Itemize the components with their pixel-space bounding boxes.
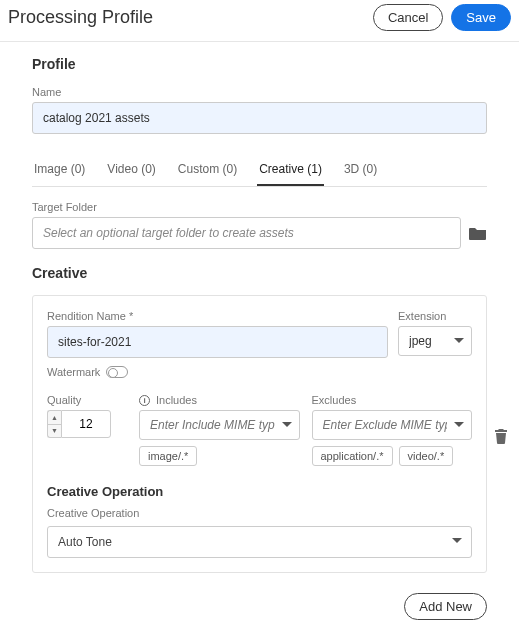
info-icon[interactable]: i <box>139 395 150 406</box>
tab-3d[interactable]: 3D (0) <box>342 156 379 186</box>
tab-custom[interactable]: Custom (0) <box>176 156 239 186</box>
cancel-button[interactable]: Cancel <box>373 4 443 31</box>
includes-select[interactable] <box>139 410 300 440</box>
profile-section-title: Profile <box>32 56 487 72</box>
target-folder-label: Target Folder <box>32 201 487 213</box>
rendition-name-input[interactable] <box>47 326 388 358</box>
watermark-label: Watermark <box>47 366 100 378</box>
tabs: Image (0) Video (0) Custom (0) Creative … <box>32 156 487 187</box>
excludes-label: Excludes <box>312 394 473 406</box>
extension-label: Extension <box>398 310 472 322</box>
exclude-chip[interactable]: video/.* <box>399 446 454 466</box>
creative-operation-label: Creative Operation <box>47 507 472 519</box>
tab-image[interactable]: Image (0) <box>32 156 87 186</box>
tab-creative[interactable]: Creative (1) <box>257 156 324 186</box>
creative-operation-title: Creative Operation <box>47 484 472 499</box>
stepper-down[interactable]: ▼ <box>48 425 61 438</box>
excludes-select[interactable] <box>312 410 473 440</box>
quality-input[interactable] <box>61 410 111 438</box>
extension-select[interactable] <box>398 326 472 356</box>
trash-icon[interactable] <box>494 428 508 444</box>
stepper-up[interactable]: ▲ <box>48 411 61 425</box>
creative-operation-select[interactable] <box>47 526 472 558</box>
name-label: Name <box>32 86 487 98</box>
watermark-toggle[interactable] <box>106 366 128 378</box>
header-actions: Cancel Save <box>373 4 511 31</box>
quality-label: Quality <box>47 394 81 406</box>
creative-card: Rendition Name * Extension Watermark <box>32 295 487 573</box>
creative-section-title: Creative <box>32 265 487 281</box>
folder-icon[interactable] <box>469 226 487 240</box>
name-input[interactable] <box>32 102 487 134</box>
includes-label: Includes <box>156 394 197 406</box>
quality-stepper[interactable]: ▲ ▼ <box>47 410 61 438</box>
exclude-chip[interactable]: application/.* <box>312 446 393 466</box>
save-button[interactable]: Save <box>451 4 511 31</box>
include-chip[interactable]: image/.* <box>139 446 197 466</box>
tab-video[interactable]: Video (0) <box>105 156 157 186</box>
add-new-button[interactable]: Add New <box>404 593 487 620</box>
target-folder-input[interactable] <box>32 217 461 249</box>
page-title: Processing Profile <box>8 7 153 28</box>
rendition-name-label: Rendition Name * <box>47 310 388 322</box>
